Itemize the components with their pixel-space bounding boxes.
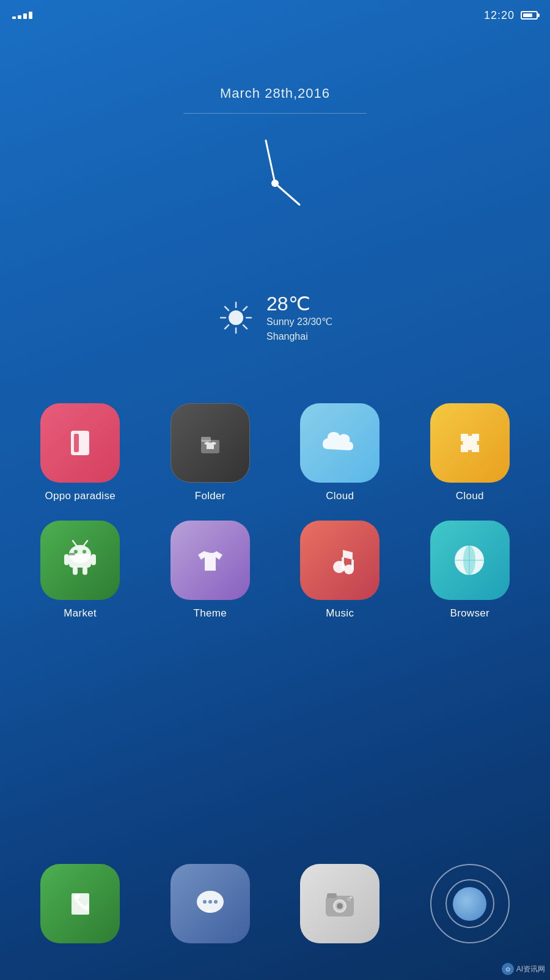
date-display: March 28th,2016	[0, 86, 550, 101]
app-cloud-blue[interactable]: Cloud	[278, 403, 402, 502]
app-label-music: Music	[326, 607, 354, 620]
app-cloud-yellow[interactable]: Cloud	[408, 403, 532, 502]
date-divider	[183, 113, 367, 114]
svg-point-44	[337, 903, 343, 909]
svg-rect-15	[201, 437, 211, 442]
app-icon-theme	[170, 521, 250, 600]
app-label-market: Market	[64, 607, 97, 620]
weather-info: 28℃ Sunny 23/30℃ Shanghai	[266, 293, 332, 344]
svg-line-25	[84, 541, 87, 546]
app-label-oppo-paradise: Oppo paradise	[45, 490, 116, 502]
dock-camera[interactable]	[278, 864, 402, 943]
clock-svg	[220, 128, 330, 238]
svg-line-0	[266, 141, 275, 183]
app-label-theme: Theme	[194, 607, 227, 620]
dock-assistant[interactable]	[408, 864, 532, 943]
app-icon-cloud-yellow	[430, 403, 510, 483]
svg-line-10	[243, 307, 247, 310]
svg-line-11	[225, 325, 229, 329]
svg-point-2	[271, 180, 279, 187]
svg-rect-19	[91, 554, 96, 565]
dock-icon-assistant	[430, 864, 510, 943]
weather-widget: 28℃ Sunny 23/30℃ Shanghai	[218, 293, 332, 344]
dock-icon-phone	[40, 864, 120, 943]
app-market[interactable]: Market	[18, 521, 142, 620]
app-label-browser: Browser	[450, 607, 490, 620]
svg-rect-30	[351, 560, 354, 569]
svg-line-8	[225, 307, 229, 310]
app-music[interactable]: Music	[278, 521, 402, 620]
battery-fill	[523, 13, 532, 17]
svg-line-1	[275, 183, 299, 205]
app-theme[interactable]: Theme	[148, 521, 273, 620]
svg-point-3	[229, 310, 243, 325]
svg-point-22	[74, 550, 78, 554]
svg-rect-29	[342, 557, 344, 569]
status-bar: 12:20	[0, 0, 550, 31]
status-right: 12:20	[484, 9, 538, 22]
svg-rect-18	[64, 554, 69, 565]
battery-icon	[521, 11, 538, 20]
svg-point-23	[82, 550, 86, 554]
svg-rect-17	[69, 554, 91, 568]
svg-rect-26	[69, 553, 75, 555]
app-label-cloud-blue: Cloud	[326, 490, 354, 502]
signal-bar-1	[12, 16, 16, 19]
app-icon-browser	[430, 521, 510, 600]
svg-point-39	[214, 900, 218, 904]
signal-bar-3	[23, 13, 27, 19]
svg-point-37	[203, 900, 207, 904]
watermark-text: AI资讯网	[516, 964, 545, 975]
app-icon-oppo-paradise	[40, 403, 120, 483]
svg-rect-13	[74, 434, 79, 452]
svg-line-24	[73, 541, 76, 546]
app-icon-market	[40, 521, 120, 600]
weather-temperature: 28℃	[266, 293, 332, 315]
svg-line-9	[243, 325, 247, 329]
app-icon-music	[300, 521, 380, 600]
app-grid: Oppo paradise Folder Cloud	[0, 403, 550, 620]
weather-description: Sunny 23/30℃	[266, 315, 332, 329]
svg-rect-20	[73, 566, 78, 575]
app-oppo-paradise[interactable]: Oppo paradise	[18, 403, 142, 502]
bottom-dock	[0, 846, 550, 980]
weather-sun-icon	[218, 299, 254, 338]
clock-widget	[220, 128, 330, 238]
app-folder[interactable]: Folder	[148, 403, 273, 502]
dock-icon-camera	[300, 864, 380, 943]
dock-icon-chat	[170, 864, 250, 943]
app-icon-cloud-blue	[300, 403, 380, 483]
signal-bar-4	[29, 12, 32, 19]
svg-rect-41	[327, 893, 337, 898]
weather-location: Shanghai	[266, 329, 332, 344]
app-icon-folder	[170, 403, 250, 483]
svg-rect-12	[71, 431, 89, 455]
app-label-folder: Folder	[195, 490, 226, 502]
watermark-logo: ✿	[502, 963, 514, 975]
svg-rect-21	[82, 566, 87, 575]
signal-bar-2	[18, 15, 21, 19]
watermark: ✿ AI资讯网	[502, 963, 545, 975]
svg-point-46	[350, 897, 352, 899]
svg-point-38	[208, 900, 212, 904]
status-time: 12:20	[484, 9, 515, 22]
app-label-cloud-yellow: Cloud	[456, 490, 484, 502]
dock-chat[interactable]	[148, 864, 273, 943]
app-browser[interactable]: Browser	[408, 521, 532, 620]
signal-strength	[12, 12, 32, 19]
dock-phone[interactable]	[18, 864, 142, 943]
